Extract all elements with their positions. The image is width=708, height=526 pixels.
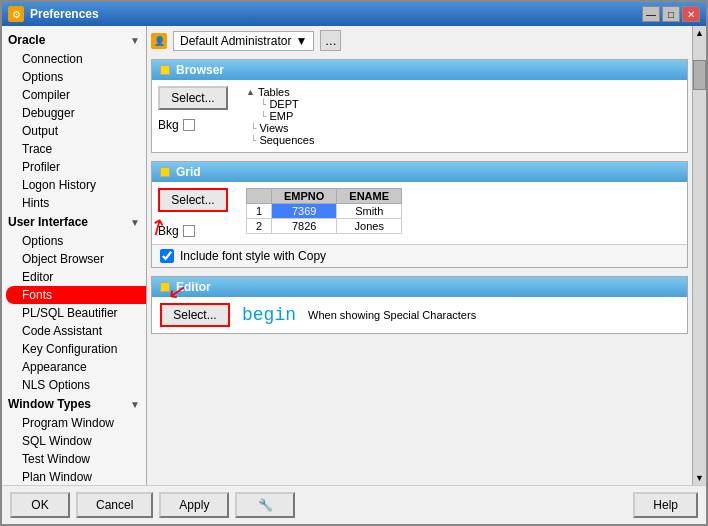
grid-row1-num: 1 <box>247 204 272 219</box>
browser-section: Browser Select... Bkg ▲ <box>151 59 688 153</box>
sidebar: Oracle ▼ Connection Options Compiler Deb… <box>2 26 147 485</box>
sidebar-item-output[interactable]: Output <box>2 122 146 140</box>
sidebar-item-editor[interactable]: Editor <box>2 268 146 286</box>
extra-button[interactable]: 🔧 <box>235 492 295 518</box>
grid-section-body: Select... ↗ Bkg <box>152 182 687 244</box>
sidebar-group-oracle[interactable]: Oracle ▼ <box>2 30 146 50</box>
sidebar-item-key-configuration[interactable]: Key Configuration <box>2 340 146 358</box>
browser-indicator <box>160 65 170 75</box>
include-font-row: Include font style with Copy <box>152 244 687 267</box>
grid-col-empno: EMPNO <box>272 189 337 204</box>
red-arrow-1-icon: ↗ <box>147 211 171 243</box>
window-title: Preferences <box>30 7 99 21</box>
sidebar-item-ui-options[interactable]: Options <box>2 232 146 250</box>
preferences-window: ⚙ Preferences — □ ✕ Oracle ▼ Connection … <box>0 0 708 526</box>
browser-tree: ▲ Tables └ DEPT └ EMP <box>246 86 681 146</box>
tree-dot-icon: └ <box>260 99 266 109</box>
browser-bkg-checkbox[interactable] <box>183 119 195 131</box>
browser-section-title: Browser <box>176 63 224 77</box>
sidebar-item-compiler[interactable]: Compiler <box>2 86 146 104</box>
sidebar-item-debugger[interactable]: Debugger <box>2 104 146 122</box>
cancel-button[interactable]: Cancel <box>76 492 153 518</box>
sidebar-item-plsql-beautifier[interactable]: PL/SQL Beautifier <box>2 304 146 322</box>
editor-when-text: When showing Special Characters <box>308 309 476 321</box>
include-font-label: Include font style with Copy <box>180 249 326 263</box>
content-main: 👤 Default Administrator ▼ ... Browser <box>147 26 692 485</box>
tree-views-row: └ Views <box>246 122 681 134</box>
grid-col-num <box>247 189 272 204</box>
sidebar-item-trace[interactable]: Trace <box>2 140 146 158</box>
apply-button[interactable]: Apply <box>159 492 229 518</box>
grid-section: Grid Select... ↗ Bkg <box>151 161 688 268</box>
sidebar-item-logon-history[interactable]: Logon History <box>2 176 146 194</box>
grid-select-button[interactable]: Select... <box>158 188 228 212</box>
sidebar-group-window-types[interactable]: Window Types ▼ <box>2 394 146 414</box>
grid-left: Select... ↗ Bkg <box>158 188 238 238</box>
grid-row-1: 1 7369 Smith <box>247 204 402 219</box>
scroll-down-icon[interactable]: ▼ <box>693 471 706 485</box>
window-types-arrow-icon: ▼ <box>130 399 140 410</box>
more-button[interactable]: ... <box>320 30 341 51</box>
ok-button[interactable]: OK <box>10 492 70 518</box>
sidebar-group-user-interface[interactable]: User Interface ▼ <box>2 212 146 232</box>
grid-col-ename: ENAME <box>337 189 402 204</box>
sidebar-item-hints[interactable]: Hints <box>2 194 146 212</box>
tree-children: └ DEPT └ EMP <box>246 98 681 122</box>
title-bar-left: ⚙ Preferences <box>8 6 99 22</box>
tree-root-label: Tables <box>258 86 290 98</box>
editor-section-body: Select... ↙ begin When showing Special C… <box>152 297 687 333</box>
sidebar-item-connection[interactable]: Connection <box>2 50 146 68</box>
tree-emp-label: EMP <box>269 110 293 122</box>
sidebar-item-profiler[interactable]: Profiler <box>2 158 146 176</box>
grid-bkg-checkbox[interactable] <box>183 225 195 237</box>
scroll-thumb[interactable] <box>693 60 706 90</box>
grid-data-table: EMPNO ENAME 1 7369 Smith <box>246 188 402 234</box>
grid-row2-empno: 7826 <box>272 219 337 234</box>
sidebar-item-options[interactable]: Options <box>2 68 146 86</box>
tree-root-row: ▲ Tables <box>246 86 681 98</box>
dropdown-arrow-icon: ▼ <box>295 34 307 48</box>
profile-dropdown[interactable]: Default Administrator ▼ <box>173 31 314 51</box>
editor-preview-text: begin <box>242 305 296 325</box>
browser-bkg-label: Bkg <box>158 118 179 132</box>
sidebar-item-program-window[interactable]: Program Window <box>2 414 146 432</box>
sidebar-item-plan-window[interactable]: Plan Window <box>2 468 146 485</box>
sidebar-item-nls-options[interactable]: NLS Options <box>2 376 146 394</box>
scroll-up-icon[interactable]: ▲ <box>693 26 706 40</box>
include-font-checkbox[interactable] <box>160 249 174 263</box>
editor-select-wrapper: Select... ↙ <box>160 303 230 327</box>
bottom-bar: OK Cancel Apply 🔧 Help <box>2 485 706 524</box>
browser-section-body: Select... Bkg ▲ Tables <box>152 80 687 152</box>
grid-select-wrapper: Select... ↗ <box>158 188 228 212</box>
profile-dropdown-label: Default Administrator <box>180 34 291 48</box>
browser-section-header: Browser <box>152 60 687 80</box>
minimize-button[interactable]: — <box>642 6 660 22</box>
editor-select-button[interactable]: Select... <box>160 303 230 327</box>
restore-button[interactable]: □ <box>662 6 680 22</box>
sidebar-item-code-assistant[interactable]: Code Assistant <box>2 322 146 340</box>
close-button[interactable]: ✕ <box>682 6 700 22</box>
sidebar-item-object-browser[interactable]: Object Browser <box>2 250 146 268</box>
content-scrollbar[interactable]: ▲ ▼ <box>692 26 706 485</box>
grid-section-title: Grid <box>176 165 201 179</box>
main-content: Oracle ▼ Connection Options Compiler Deb… <box>2 26 706 485</box>
tree-views-label: Views <box>259 122 288 134</box>
grid-row2-num: 2 <box>247 219 272 234</box>
tree-views-icon: └ <box>250 123 256 133</box>
content-scroll: 👤 Default Administrator ▼ ... Browser <box>147 26 706 485</box>
help-button[interactable]: Help <box>633 492 698 518</box>
sidebar-item-sql-window[interactable]: SQL Window <box>2 432 146 450</box>
sidebar-item-fonts[interactable]: Fonts <box>6 286 146 304</box>
tree-sequences-row: └ Sequences <box>246 134 681 146</box>
grid-table-wrapper: EMPNO ENAME 1 7369 Smith <box>246 188 402 234</box>
browser-select-button[interactable]: Select... <box>158 86 228 110</box>
browser-left: Select... Bkg <box>158 86 238 132</box>
grid-row2-ename: Jones <box>337 219 402 234</box>
grid-row-2: 2 7826 Jones <box>247 219 402 234</box>
sidebar-item-appearance[interactable]: Appearance <box>2 358 146 376</box>
tree-triangle-icon: ▲ <box>246 87 255 97</box>
sidebar-item-test-window[interactable]: Test Window <box>2 450 146 468</box>
oracle-group-label: Oracle <box>8 33 45 47</box>
tree-item-dept: └ DEPT <box>260 98 681 110</box>
profile-icon: 👤 <box>151 33 167 49</box>
